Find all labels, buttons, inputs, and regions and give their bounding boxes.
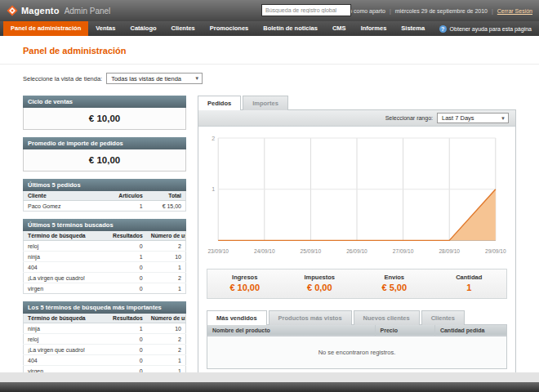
table-row: 40401 [24, 355, 186, 366]
svg-text:25/09/10: 25/09/10 [301, 248, 322, 254]
orders-chart-area: 23/09/1024/09/1025/09/1026/09/1027/09/10… [198, 127, 515, 264]
average-orders-box: Promedio de importe de pedidos € 10,00 [23, 137, 186, 172]
svg-text:29/09/10: 29/09/10 [485, 248, 506, 254]
nav-item-boletín-de-noticias[interactable]: Boletín de noticias [256, 21, 325, 36]
tab-nuevos-clientes[interactable]: Nuevos clientes [354, 310, 420, 325]
box-title: Promedio de importe de pedidos [23, 137, 186, 149]
tab-importes[interactable]: Importes [243, 96, 288, 110]
column-header: Cantidad pedida [434, 324, 506, 336]
last-search-terms-box: Últimos 5 términos buscados Término de b… [23, 219, 186, 294]
svg-text:23/09/10: 23/09/10 [207, 248, 229, 254]
column-header: Resultados [108, 231, 147, 241]
lifetime-sales-value: € 10,00 [23, 108, 186, 130]
range-select[interactable]: Last 7 Days ▼ [437, 113, 509, 123]
store-view-select[interactable]: Todas las vistas de tienda ▼ [106, 73, 203, 84]
table-cell: 2 [147, 334, 186, 345]
table-cell: 2 [147, 345, 186, 355]
logout-link[interactable]: Cerrar Sesión [497, 8, 532, 14]
table-cell: ninja [24, 323, 108, 334]
table-cell: 1 [108, 323, 147, 334]
svg-text:27/09/10: 27/09/10 [393, 248, 414, 254]
page-help-link[interactable]: ? Obtener ayuda para esta página [439, 21, 539, 36]
top-search-terms-table: Término de búsquedaResultadosNúmero de u… [23, 314, 186, 372]
box-title: Últimos 5 términos buscados [23, 219, 186, 231]
last-orders-box: Últimos 5 pedidos ClienteArtículosTotalP… [23, 179, 186, 212]
dashboard-left-column: Ciclo de ventas € 10,00 Promedio de impo… [23, 96, 186, 372]
empty-message: No se encontraron registros. [207, 336, 507, 368]
nav-item-panel-de-administración[interactable]: Panel de administración [3, 21, 88, 36]
table-row: virgen01 [24, 366, 186, 373]
column-header: Artículos [108, 191, 147, 201]
table-cell: 0 [108, 355, 147, 366]
svg-text:1: 1 [212, 186, 215, 192]
nav-item-informes[interactable]: Informes [354, 21, 394, 36]
tab-más-vendidos[interactable]: Más vendidos [207, 310, 267, 325]
column-header: Término de búsqueda [24, 314, 108, 323]
nav-item-cms[interactable]: CMS [325, 21, 354, 36]
table-cell: 1 [147, 283, 186, 294]
stat-label: Envíos [357, 274, 432, 281]
column-header: Número de usos [147, 231, 186, 241]
table-cell: 0 [108, 345, 147, 355]
column-header: Total [147, 191, 186, 201]
footer-gap [0, 372, 539, 382]
bottom-grid-area: Más vendidosProductos más vistosNuevos c… [198, 310, 515, 372]
nav-item-clientes[interactable]: Clientes [164, 21, 203, 36]
footer-bar [0, 382, 539, 392]
header-row: Término de búsquedaResultadosNúmero de u… [24, 314, 186, 323]
tab-pedidos[interactable]: Pedidos [198, 96, 241, 110]
table-cell: virgen [24, 366, 108, 373]
table-cell: 1 [108, 201, 147, 212]
dashboard-columns: Ciclo de ventas € 10,00 Promedio de impo… [23, 96, 516, 372]
empty-row: No se encontraron registros. [207, 336, 507, 368]
nav-item-catálogo[interactable]: Catálogo [122, 21, 163, 36]
table-row: reloj02 [24, 241, 186, 252]
table-cell: € 15,00 [147, 201, 186, 212]
main-nav: Panel de administraciónVentasCatálogoCli… [0, 21, 539, 36]
store-view-row: Seleccione la vista de tienda: Todas las… [23, 73, 516, 84]
nav-item-sistema[interactable]: Sistema [394, 21, 432, 36]
stat-value: € 10,00 [207, 283, 283, 292]
table-cell: 0 [108, 334, 147, 345]
stats-row: Ingresos€ 10,00Impuestos€ 0,00Envíos€ 5,… [207, 269, 507, 299]
table-cell: 2 [147, 273, 186, 283]
table-row: ninja110 [24, 252, 186, 262]
current-date-text: miércoles 29 de septiembre de 2010 [395, 8, 488, 14]
stat-envíos: Envíos€ 5,00 [357, 270, 432, 298]
header-user-area: Accedió como aparto | miércoles 29 de se… [332, 8, 532, 14]
tab-clientes[interactable]: Clientes [421, 310, 465, 325]
table-cell: 1 [147, 355, 186, 366]
nav-item-promociones[interactable]: Promociones [203, 21, 256, 36]
table-row: reloj02 [24, 334, 186, 345]
page-title: Panel de administración [23, 46, 516, 56]
tab-productos-más-vistos[interactable]: Productos más vistos [269, 310, 352, 325]
chevron-down-icon: ▼ [501, 116, 506, 121]
average-orders-value: € 10,00 [23, 149, 186, 172]
stat-label: Ingresos [207, 274, 283, 281]
nav-items: Panel de administraciónVentasCatálogoCli… [3, 21, 432, 36]
last-search-terms-table: Término de búsquedaResultadosNúmero de u… [23, 231, 186, 294]
stat-label: Impuestos [283, 274, 358, 281]
table-cell: 1 [147, 366, 186, 373]
dashboard-right-column: PedidosImportes Seleccionar rango: Last … [198, 96, 516, 372]
lifetime-sales-box: Ciclo de ventas € 10,00 [23, 96, 186, 130]
nav-item-ventas[interactable]: Ventas [88, 21, 122, 36]
box-title: Ciclo de ventas [23, 96, 186, 108]
chart-tabs: PedidosImportes [198, 96, 516, 110]
header-row: Nombre del productoPrecioCantidad pedida [207, 324, 507, 336]
chevron-down-icon: ▼ [194, 76, 199, 81]
table-cell: 404 [24, 355, 108, 366]
table-cell: 0 [108, 241, 147, 252]
global-search-input[interactable] [261, 4, 351, 16]
grid-tabs: Más vendidosProductos más vistosNuevos c… [207, 310, 507, 325]
logo-text: Magento [21, 6, 60, 16]
products-grid: Nombre del productoPrecioCantidad pedida… [207, 324, 507, 369]
help-label: Obtener ayuda para esta página [450, 26, 532, 32]
table-cell: ¡La virgen que cuadro! [24, 345, 108, 355]
header-row: Término de búsquedaResultadosNúmero de u… [24, 231, 186, 241]
stat-ingresos: Ingresos€ 10,00 [207, 270, 283, 298]
table-cell: 0 [108, 366, 147, 373]
range-toolbar: Seleccionar rango: Last 7 Days ▼ [198, 110, 515, 127]
table-cell: 0 [108, 283, 147, 294]
header-row: ClienteArtículosTotal [24, 191, 186, 201]
